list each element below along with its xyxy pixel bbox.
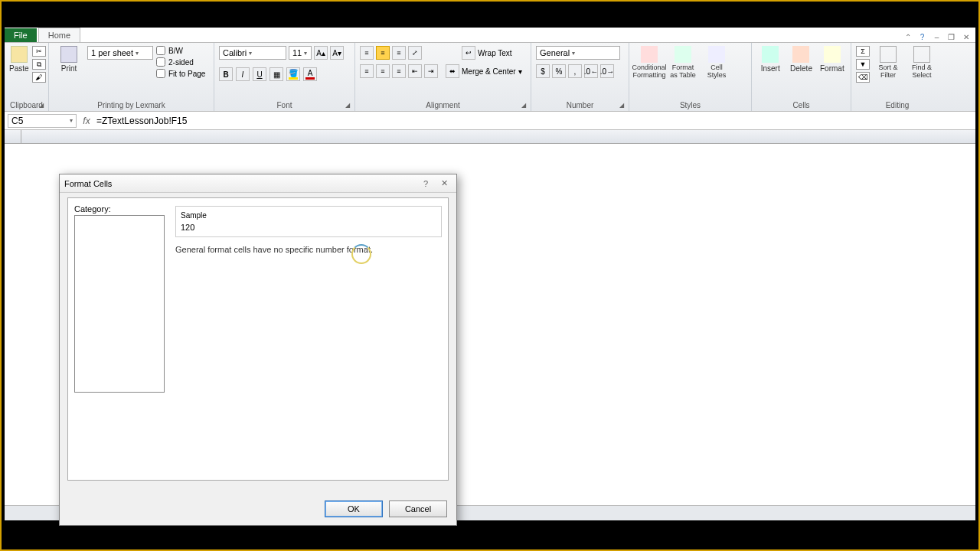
cell-styles-icon	[708, 46, 725, 63]
format-cells-icon	[824, 46, 841, 63]
dialog-close-icon[interactable]: ✕	[436, 178, 452, 190]
restore-icon[interactable]: ❐	[946, 32, 956, 42]
category-list[interactable]	[74, 215, 165, 393]
align-right-icon[interactable]: ≡	[392, 64, 406, 78]
grow-font-icon[interactable]: A▴	[314, 46, 328, 60]
number-format-dropdown[interactable]: General	[536, 46, 620, 60]
underline-button[interactable]: U	[253, 67, 266, 81]
loading-spinner-icon	[351, 244, 371, 264]
minimize-icon[interactable]: –	[932, 32, 942, 42]
ok-button[interactable]: OK	[325, 500, 383, 517]
align-middle-icon[interactable]: ≡	[376, 46, 390, 60]
align-left-icon[interactable]: ≡	[360, 64, 374, 78]
cut-icon[interactable]: ✂	[32, 46, 46, 57]
fitpage-checkbox[interactable]: Fit to Page	[156, 69, 205, 78]
bold-button[interactable]: B	[219, 67, 233, 81]
orientation-icon[interactable]: ⤢	[408, 46, 422, 60]
dialog-title: Format Cells	[64, 179, 415, 188]
sample-value: 120	[181, 223, 436, 232]
bw-checkbox[interactable]: B/W	[156, 46, 205, 55]
shrink-font-icon[interactable]: A▾	[330, 46, 344, 60]
twosided-checkbox[interactable]: 2-sided	[156, 57, 205, 67]
autosum-icon[interactable]: Σ	[856, 46, 870, 57]
print-button[interactable]: Print	[54, 46, 84, 73]
fill-icon[interactable]: ▼	[856, 59, 870, 70]
cancel-button[interactable]: Cancel	[389, 500, 447, 517]
decrease-decimal-icon[interactable]: .0→	[600, 64, 614, 78]
align-center-icon[interactable]: ≡	[376, 64, 390, 78]
percent-format-icon[interactable]: %	[552, 64, 566, 78]
cells-group-label: Cells	[756, 101, 846, 111]
indent-dec-icon[interactable]: ⇤	[408, 64, 422, 78]
fx-icon[interactable]: fx	[80, 116, 93, 126]
indent-inc-icon[interactable]: ⇥	[424, 64, 438, 78]
help-icon[interactable]: ?	[917, 32, 927, 42]
alignment-launcher[interactable]: ◢	[521, 102, 529, 109]
fill-color-button[interactable]: 🪣	[286, 67, 300, 81]
file-tab[interactable]: File	[5, 28, 37, 42]
category-label: Category:	[74, 204, 165, 214]
close-icon[interactable]: ✕	[961, 32, 971, 42]
clipboard-launcher[interactable]: ◢	[39, 102, 47, 109]
formula-bar[interactable]	[93, 114, 975, 128]
per-sheet-dropdown[interactable]: 1 per sheet	[87, 46, 153, 60]
find-icon	[913, 46, 930, 63]
merge-center-button[interactable]: ⬌Merge & Center▾	[446, 64, 522, 78]
font-name-dropdown[interactable]: Calibri	[219, 46, 286, 60]
insert-cells-icon	[762, 46, 779, 63]
align-bottom-icon[interactable]: ≡	[392, 46, 406, 60]
number-group-label: Number	[536, 101, 624, 111]
insert-cells-button[interactable]: Insert	[756, 46, 784, 73]
comma-format-icon[interactable]: ,	[568, 64, 582, 78]
border-button[interactable]: ▦	[270, 67, 283, 81]
paste-button[interactable]: Paste	[9, 46, 29, 73]
find-select-button[interactable]: Find & Select	[906, 46, 937, 80]
font-launcher[interactable]: ◢	[345, 102, 353, 109]
wrap-text-button[interactable]: ↩Wrap Text	[462, 46, 512, 60]
font-group-label: Font	[219, 101, 350, 111]
table-icon	[675, 46, 691, 63]
wrap-text-icon: ↩	[462, 46, 475, 60]
delete-cells-icon	[792, 46, 809, 63]
menu-bar: File Home ⌃ ? – ❐ ✕	[5, 28, 975, 43]
clear-icon[interactable]: ⌫	[856, 72, 870, 83]
conditional-icon	[641, 46, 658, 63]
format-painter-icon[interactable]: 🖌	[32, 72, 46, 83]
styles-group-label: Styles	[634, 101, 746, 111]
number-launcher[interactable]: ◢	[619, 102, 627, 109]
paste-icon	[11, 46, 28, 63]
sort-filter-button[interactable]: Sort & Filter	[873, 46, 903, 80]
font-size-dropdown[interactable]: 11	[289, 46, 312, 60]
print-group-label: Printing by Lexmark	[54, 101, 209, 111]
menu-tab-home[interactable]: Home	[38, 28, 80, 42]
align-top-icon[interactable]: ≡	[360, 46, 374, 60]
delete-cells-button[interactable]: Delete	[787, 46, 815, 73]
italic-button[interactable]: I	[236, 67, 250, 81]
font-color-button[interactable]: A	[303, 67, 317, 81]
editing-group-label: Editing	[856, 101, 939, 111]
printer-icon	[60, 46, 77, 63]
copy-icon[interactable]: ⧉	[32, 59, 46, 70]
accounting-format-icon[interactable]: $	[536, 64, 550, 78]
name-box[interactable]: C5	[8, 114, 77, 128]
minimize-ribbon-icon[interactable]: ⌃	[903, 32, 913, 42]
format-cells-button[interactable]: Format	[818, 46, 846, 73]
select-all-box[interactable]	[5, 130, 21, 143]
alignment-group-label: Alignment	[360, 101, 526, 111]
sample-label: Sample	[181, 211, 436, 220]
increase-decimal-icon[interactable]: .0←	[584, 64, 598, 78]
cell-styles-button[interactable]: Cell Styles	[701, 46, 732, 80]
format-cells-dialog: Format Cells ? ✕ Category: Sample 120 Ge…	[59, 174, 457, 526]
conditional-formatting-button[interactable]: Conditional Formatting	[634, 46, 665, 80]
dialog-help-icon[interactable]: ?	[418, 178, 433, 190]
sort-icon	[880, 46, 897, 63]
format-description: General format cells have no specific nu…	[175, 245, 442, 254]
merge-icon: ⬌	[446, 64, 459, 78]
format-as-table-button[interactable]: Format as Table	[668, 46, 698, 80]
